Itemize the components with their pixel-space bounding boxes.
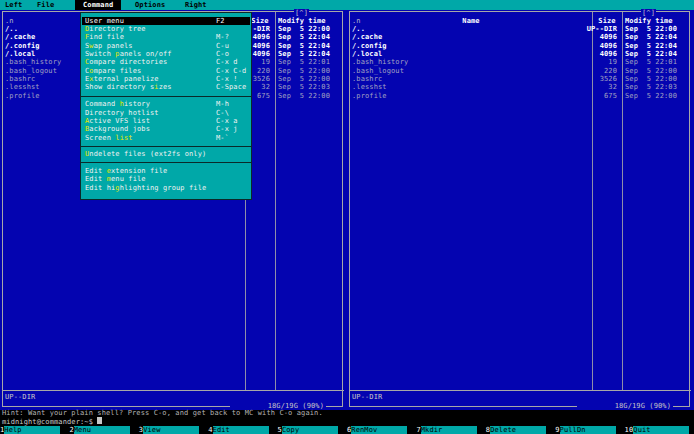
fkey-8-delete[interactable]: Delete	[490, 426, 546, 434]
file-row-bashrc[interactable]: .bashrc3526Sep 5 22:00	[347, 75, 694, 83]
menu-item-command-history[interactable]: Command historyM-h	[82, 100, 250, 108]
fkey-10-quit[interactable]: Quit	[633, 426, 689, 434]
file-size: 3526	[547, 75, 617, 83]
menubar-item-command[interactable]: Command	[75, 0, 121, 10]
file-row-lesshst[interactable]: .lesshst32Sep 5 22:03	[347, 83, 694, 91]
file-mtime: Sep 5 22:04	[625, 50, 677, 58]
file-mtime: Sep 5 22:00	[625, 92, 677, 100]
menu-hotkey-letter: U	[85, 150, 89, 158]
menu-separator	[81, 96, 251, 97]
menu-item-label: External panelize	[85, 75, 159, 83]
menu-item-switch-panels-on-off[interactable]: Switch panels on/offC-o	[82, 50, 250, 58]
menu-item-directory-hotlist[interactable]: Directory hotlistC-\	[82, 109, 250, 117]
menu-hotkey-letter: B	[85, 125, 89, 133]
menu-item-swap-panels[interactable]: Swap panelsC-u	[82, 42, 250, 50]
column-header-mtime[interactable]: Modify time	[278, 17, 326, 25]
menu-item-label: Edit menu file	[85, 175, 146, 183]
file-mtime: Sep 5 22:00	[278, 75, 330, 83]
menubar-item-right[interactable]: Right	[185, 0, 207, 10]
menu-item-label: Switch panels on/off	[85, 50, 172, 58]
menu-item-background-jobs[interactable]: Background jobsC-x j	[82, 125, 250, 133]
fkey-9-pulldn[interactable]: PullDn	[560, 426, 616, 434]
file-mtime: Sep 5 22:01	[625, 58, 677, 66]
fkey-7-mkdir[interactable]: Mkdir	[421, 426, 477, 434]
menu-item-compare-files[interactable]: Compare filesC-x C-d	[82, 67, 250, 75]
menu-item-undelete-files-ext2fs-only[interactable]: Undelete files (ext2fs only)	[82, 150, 250, 158]
menu-hotkey-letter: A	[85, 117, 89, 125]
right-panel[interactable]: [^] .n Name Size Modify time UP--DIR 18G…	[347, 10, 694, 410]
menu-item-shortcut: C-x !	[216, 75, 238, 83]
menu-item-directory-tree[interactable]: Directory tree	[82, 25, 250, 33]
file-row-bash-history[interactable]: .bash_history19Sep 5 22:01	[347, 58, 694, 66]
menu-item-user-menu[interactable]: User menuF2	[82, 17, 250, 25]
fkey-3-view[interactable]: View	[143, 426, 199, 434]
file-mtime: Sep 5 22:04	[278, 50, 330, 58]
file-size: 220	[547, 67, 617, 75]
menu-item-label: Compare directories	[85, 58, 167, 66]
menu-item-label: Undelete files (ext2fs only)	[85, 150, 206, 158]
file-row-bash-logout[interactable]: .bash_logout220Sep 5 22:00	[347, 67, 694, 75]
fkey-4-edit[interactable]: Edit	[213, 426, 269, 434]
file-mtime: Sep 5 22:04	[625, 33, 677, 41]
menubar: LeftFileCommandOptionsRight	[0, 0, 694, 10]
file-mtime: Sep 5 22:00	[278, 67, 330, 75]
cursor-block	[97, 417, 101, 424]
menu-item-label: Background jobs	[85, 125, 150, 133]
menu-hotkey-letter: e	[107, 167, 111, 175]
file-size: 19	[547, 58, 617, 66]
file-name: .bash_logout	[352, 67, 404, 75]
menu-item-label: Edit highlighting group file	[85, 184, 206, 192]
menubar-item-left[interactable]: Left	[5, 0, 22, 10]
file-row-profile[interactable]: .profile675Sep 5 22:00	[347, 92, 694, 100]
command-dropdown-menu: User menuF2Directory treeFind fileM-?Swa…	[80, 12, 252, 200]
menubar-item-options[interactable]: Options	[135, 0, 165, 10]
menu-item-shortcut: C-x C-d	[216, 67, 246, 75]
fkey-2-menu[interactable]: Menu	[74, 426, 130, 434]
menu-item-shortcut: C-u	[216, 42, 229, 50]
fkey-5-copy[interactable]: Copy	[282, 426, 338, 434]
menu-item-label: Screen list	[85, 134, 133, 142]
menu-item-shortcut: M-h	[216, 100, 229, 108]
menu-item-find-file[interactable]: Find fileM-?	[82, 33, 250, 41]
menu-item-edit-highlighting-group-file[interactable]: Edit highlighting group file	[82, 184, 250, 192]
fkey-6-renmov[interactable]: RenMov	[351, 426, 407, 434]
menu-item-shortcut: C-x a	[216, 117, 238, 125]
file-size: 4096	[547, 33, 617, 41]
menu-item-edit-menu-file[interactable]: Edit menu file	[82, 175, 250, 183]
function-key-bar: 1Help2Menu3View4Edit5Copy6RenMov7Mkdir8D…	[0, 426, 694, 434]
menu-item-external-panelize[interactable]: External panelizeC-x !	[82, 75, 250, 83]
menu-item-label: Command history	[85, 100, 150, 108]
menu-item-label: User menu	[85, 17, 124, 25]
file-name: /.config	[352, 42, 387, 50]
file-row-cache[interactable]: /.cache4096Sep 5 22:04	[347, 33, 694, 41]
file-size: 675	[547, 92, 617, 100]
file-row-updir[interactable]: /..UP--DIRSep 5 22:00	[347, 25, 694, 33]
file-mtime: Sep 5 22:04	[625, 42, 677, 50]
file-mtime: Sep 5 22:03	[625, 83, 677, 91]
file-size: UP--DIR	[547, 25, 617, 33]
file-mtime: Sep 5 22:04	[278, 33, 330, 41]
fkey-10-number: 10	[625, 426, 634, 434]
file-name: /.cache	[352, 33, 382, 41]
menu-item-screen-list[interactable]: Screen listM-`	[82, 134, 250, 142]
menu-item-label: Compare files	[85, 67, 141, 75]
menu-item-edit-extension-file[interactable]: Edit extension file	[82, 167, 250, 175]
file-row-local[interactable]: /.local4096Sep 5 22:04	[347, 50, 694, 58]
menu-item-shortcut: F2	[216, 17, 225, 25]
file-row-config[interactable]: /.config4096Sep 5 22:04	[347, 42, 694, 50]
fkey-1-help[interactable]: Help	[4, 426, 60, 434]
column-header-size[interactable]: Size	[593, 17, 621, 25]
menubar-item-file[interactable]: File	[37, 0, 54, 10]
file-mtime: Sep 5 22:04	[278, 42, 330, 50]
menu-hotkey-letter: w	[89, 42, 93, 50]
file-mtime: Sep 5 22:00	[278, 25, 330, 33]
column-header-mtime[interactable]: Modify time	[625, 17, 673, 25]
menu-item-shortcut: C-x j	[216, 125, 238, 133]
menu-item-active-vfs-list[interactable]: Active VFS listC-x a	[82, 117, 250, 125]
menu-hotkey-letter: C	[85, 58, 89, 66]
menu-item-show-directory-sizes[interactable]: Show directory sizesC-Space	[82, 83, 250, 91]
column-header-name[interactable]: Name	[357, 17, 585, 25]
menu-item-compare-directories[interactable]: Compare directoriesC-x d	[82, 58, 250, 66]
menu-item-label: Directory hotlist	[85, 109, 159, 117]
file-mtime: Sep 5 22:01	[278, 58, 330, 66]
